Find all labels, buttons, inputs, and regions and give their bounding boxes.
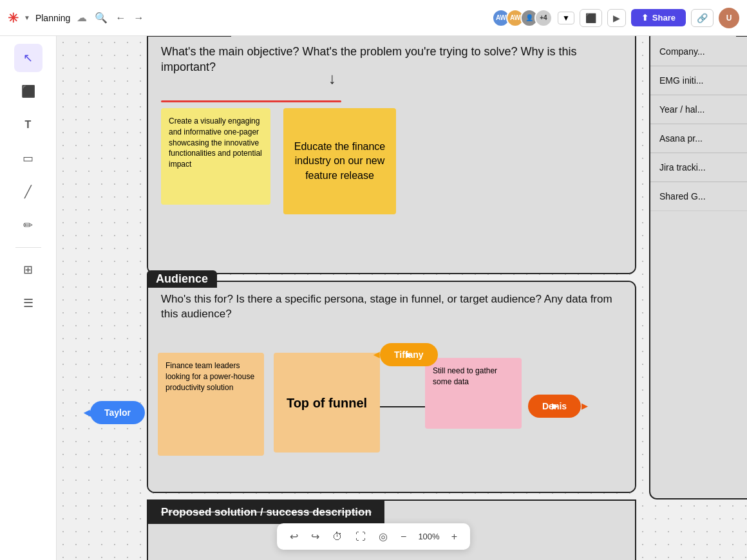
frame-tool[interactable]: ⬛: [14, 77, 43, 106]
project-goal-label: Project goal: [147, 36, 231, 37]
avatar-dropdown[interactable]: ▼: [558, 12, 574, 24]
right-panel: Suppor... Company... EMG initi... Year /…: [649, 36, 747, 499]
rp-item-3[interactable]: Year / hal...: [650, 95, 747, 124]
sticky-note-3[interactable]: Finance team leaders looking for a power…: [158, 353, 264, 456]
line-tool[interactable]: ╱: [14, 178, 43, 206]
avatar-group: AW AW 👤 +4: [492, 9, 553, 27]
present-button[interactable]: ⬛: [580, 9, 602, 27]
right-panel-label: Suppor...: [736, 36, 747, 37]
app-title: Planning: [35, 13, 71, 23]
search-button[interactable]: 🔍: [95, 12, 108, 24]
audience-question: Who's this for? Is there a specific pers…: [161, 292, 622, 322]
proposed-solution-text: Proposed solution / success description: [161, 506, 372, 518]
sidebar: ↖ ⬛ T ▭ ╱ ✏ ⊞ ☰: [0, 36, 57, 560]
rp-item-1[interactable]: Company...: [650, 37, 747, 66]
text-tool[interactable]: T: [14, 111, 43, 139]
share-label: Share: [652, 13, 676, 23]
grid-view-button[interactable]: ⊞: [14, 256, 43, 284]
topbar-center: AW AW 👤 +4 ▼ ⬛ ▶ ⬆ Share 🔗 U: [492, 8, 739, 28]
bottom-redo-button[interactable]: ↪: [306, 527, 325, 546]
audience-frame: Audience Who's this for? Is there a spec…: [147, 281, 636, 493]
project-goal-question: What's the main objective? What's the pr…: [161, 44, 622, 75]
list-view-button[interactable]: ☰: [14, 289, 43, 317]
sidebar-divider: [15, 247, 41, 248]
bottom-toolbar: ↩ ↪ ⏱ ⛶ ◎ − 100% +: [277, 523, 470, 550]
cursor-tool[interactable]: ↖: [14, 44, 43, 72]
play-button[interactable]: ▶: [607, 9, 626, 27]
fullscreen-button[interactable]: ⛶: [350, 528, 371, 546]
denis-bubble: ▶ Denis: [528, 395, 581, 418]
app-logo: ✳: [8, 10, 19, 26]
sticky-note-1[interactable]: Create a visually engaging and informati…: [161, 108, 270, 205]
shape-tool[interactable]: ▭: [14, 144, 43, 173]
underline-decoration: [161, 100, 341, 102]
proposed-solution-label: Proposed solution / success description: [148, 501, 384, 524]
zoom-level-display: 100%: [414, 532, 443, 541]
sticky-note-4[interactable]: Top of funnel: [274, 353, 380, 453]
cloud-icon: ☁: [77, 12, 87, 24]
pen-tool[interactable]: ✏: [14, 211, 43, 239]
bottom-undo-button[interactable]: ↩: [285, 527, 303, 546]
zoom-out-button[interactable]: −: [395, 528, 411, 546]
link-button[interactable]: 🔗: [691, 9, 714, 27]
rp-item-6[interactable]: Shared G...: [650, 182, 747, 211]
history-button[interactable]: ⏱: [327, 528, 348, 546]
zoom-in-button[interactable]: +: [446, 528, 462, 546]
sticky-5-text: Still need to gather some data: [433, 366, 514, 387]
user-avatar: U: [719, 8, 739, 28]
arrow-down: ↓: [328, 70, 336, 88]
share-icon: ⬆: [641, 13, 648, 23]
tiffany-name: Tiffany: [394, 350, 424, 360]
connect-line: [380, 406, 425, 407]
sticky-3-text: Finance team leaders looking for a power…: [165, 360, 256, 393]
avatar-more[interactable]: +4: [534, 9, 553, 27]
right-panel-items: Company... EMG initi... Year / hal... As…: [650, 36, 747, 218]
rp-item-2[interactable]: EMG initi...: [650, 66, 747, 95]
project-goal-frame: Project goal What's the main objective? …: [147, 36, 636, 274]
topbar: ✳ ▼ Planning ☁ 🔍 ← → AW AW 👤 +4 ▼ ⬛ ▶ ⬆ …: [0, 0, 747, 36]
canvas: Project goal What's the main objective? …: [57, 36, 747, 560]
audience-label: Audience: [147, 270, 217, 288]
map-button[interactable]: ◎: [374, 527, 393, 546]
sticky-note-5[interactable]: Still need to gather some data: [425, 358, 522, 429]
rp-item-5[interactable]: Jira tracki...: [650, 153, 747, 182]
rp-item-4[interactable]: Asana pr...: [650, 124, 747, 153]
breadcrumb-arrow: ▼: [24, 14, 30, 21]
taylor-bubble: ◀ Taylor: [90, 401, 145, 424]
sticky-4-text: Top of funnel: [287, 394, 367, 412]
denis-name: Denis: [542, 401, 567, 411]
sticky-2-text: Educate the finance industry on our new …: [291, 140, 388, 183]
nav-controls: ← →: [113, 10, 146, 26]
undo-button[interactable]: ←: [113, 10, 128, 26]
share-button[interactable]: ⬆ Share: [631, 9, 686, 26]
tiffany-bubble: ◀ Tiffany: [380, 343, 438, 366]
taylor-name: Taylor: [104, 407, 131, 418]
redo-button[interactable]: →: [131, 10, 146, 26]
sticky-1-text: Create a visually engaging and informati…: [169, 116, 263, 170]
sticky-note-2[interactable]: Educate the finance industry on our new …: [283, 108, 396, 214]
